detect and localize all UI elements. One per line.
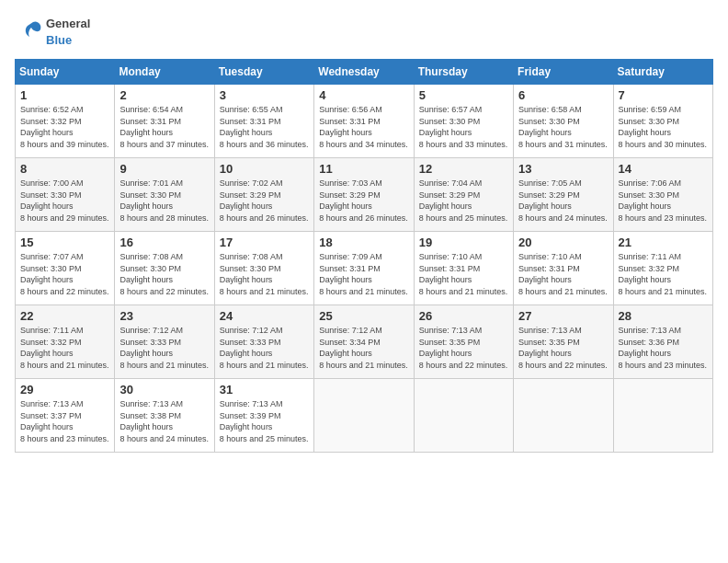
day-info: Sunrise: 6:56 AMSunset: 3:31 PMDaylight … xyxy=(319,104,408,150)
weekday-header: Monday xyxy=(115,60,214,85)
calendar-cell: 5Sunrise: 6:57 AMSunset: 3:30 PMDaylight… xyxy=(414,85,513,158)
day-info: Sunrise: 7:13 AMSunset: 3:39 PMDaylight … xyxy=(220,398,309,444)
weekday-header: Friday xyxy=(514,60,613,85)
weekday-header: Saturday xyxy=(613,60,712,85)
header: General Blue xyxy=(15,15,713,48)
day-number: 30 xyxy=(119,383,209,396)
day-info: Sunrise: 7:03 AMSunset: 3:29 PMDaylight … xyxy=(319,178,408,224)
day-number: 7 xyxy=(619,88,708,102)
calendar-cell: 26Sunrise: 7:13 AMSunset: 3:35 PMDayligh… xyxy=(414,305,513,379)
day-info: Sunrise: 6:55 AMSunset: 3:31 PMDaylight … xyxy=(220,104,309,150)
day-number: 5 xyxy=(419,88,508,102)
day-number: 14 xyxy=(619,162,708,176)
calendar-cell: 13Sunrise: 7:05 AMSunset: 3:29 PMDayligh… xyxy=(514,158,613,232)
day-info: Sunrise: 7:02 AMSunset: 3:29 PMDaylight … xyxy=(220,178,309,224)
day-info: Sunrise: 7:08 AMSunset: 3:30 PMDaylight … xyxy=(220,251,309,297)
calendar-cell: 1Sunrise: 6:52 AMSunset: 3:32 PMDaylight… xyxy=(16,85,115,158)
logo-general: General xyxy=(46,17,90,30)
calendar-cell: 14Sunrise: 7:06 AMSunset: 3:30 PMDayligh… xyxy=(613,158,712,232)
day-info: Sunrise: 6:59 AMSunset: 3:30 PMDaylight … xyxy=(619,104,708,150)
calendar-week-row: 15Sunrise: 7:07 AMSunset: 3:30 PMDayligh… xyxy=(16,232,713,305)
calendar-cell: 16Sunrise: 7:08 AMSunset: 3:30 PMDayligh… xyxy=(115,232,214,305)
day-number: 17 xyxy=(220,236,309,249)
day-number: 10 xyxy=(220,162,309,176)
logo: General Blue xyxy=(15,15,90,48)
calendar-cell xyxy=(414,379,513,453)
day-number: 11 xyxy=(319,162,408,176)
calendar-cell: 21Sunrise: 7:11 AMSunset: 3:32 PMDayligh… xyxy=(613,232,712,305)
day-number: 18 xyxy=(319,236,408,249)
day-info: Sunrise: 7:10 AMSunset: 3:31 PMDaylight … xyxy=(419,251,508,297)
calendar-week-row: 29Sunrise: 7:13 AMSunset: 3:37 PMDayligh… xyxy=(16,379,713,453)
calendar-cell: 25Sunrise: 7:12 AMSunset: 3:34 PMDayligh… xyxy=(314,305,414,379)
calendar-cell: 27Sunrise: 7:13 AMSunset: 3:35 PMDayligh… xyxy=(514,305,613,379)
day-info: Sunrise: 6:52 AMSunset: 3:32 PMDaylight … xyxy=(20,104,109,150)
weekday-header: Wednesday xyxy=(314,60,414,85)
day-number: 22 xyxy=(20,309,109,323)
day-number: 26 xyxy=(419,309,508,323)
calendar-cell: 9Sunrise: 7:01 AMSunset: 3:30 PMDaylight… xyxy=(115,158,214,232)
day-info: Sunrise: 7:01 AMSunset: 3:30 PMDaylight … xyxy=(119,178,209,224)
day-number: 21 xyxy=(619,236,708,249)
logo-blue: Blue xyxy=(46,33,72,47)
calendar-table: SundayMondayTuesdayWednesdayThursdayFrid… xyxy=(15,59,713,453)
day-number: 27 xyxy=(518,309,608,323)
calendar-cell: 12Sunrise: 7:04 AMSunset: 3:29 PMDayligh… xyxy=(414,158,513,232)
day-number: 24 xyxy=(220,309,309,323)
calendar-cell xyxy=(314,379,414,453)
calendar-cell: 11Sunrise: 7:03 AMSunset: 3:29 PMDayligh… xyxy=(314,158,414,232)
day-info: Sunrise: 7:06 AMSunset: 3:30 PMDaylight … xyxy=(619,178,708,224)
day-number: 4 xyxy=(319,88,408,102)
calendar-cell: 17Sunrise: 7:08 AMSunset: 3:30 PMDayligh… xyxy=(214,232,313,305)
calendar-cell: 6Sunrise: 6:58 AMSunset: 3:30 PMDaylight… xyxy=(514,85,613,158)
day-number: 31 xyxy=(220,383,309,396)
day-number: 25 xyxy=(319,309,408,323)
day-number: 2 xyxy=(119,88,209,102)
calendar-cell: 23Sunrise: 7:12 AMSunset: 3:33 PMDayligh… xyxy=(115,305,214,379)
day-number: 13 xyxy=(518,162,608,176)
day-number: 28 xyxy=(619,309,708,323)
day-number: 6 xyxy=(518,88,608,102)
weekday-header: Thursday xyxy=(414,60,513,85)
day-number: 20 xyxy=(518,236,608,249)
day-info: Sunrise: 7:05 AMSunset: 3:29 PMDaylight … xyxy=(518,178,608,224)
day-info: Sunrise: 7:13 AMSunset: 3:36 PMDaylight … xyxy=(619,325,708,371)
calendar-cell: 30Sunrise: 7:13 AMSunset: 3:38 PMDayligh… xyxy=(115,379,214,453)
calendar-cell: 24Sunrise: 7:12 AMSunset: 3:33 PMDayligh… xyxy=(214,305,313,379)
day-info: Sunrise: 7:11 AMSunset: 3:32 PMDaylight … xyxy=(619,251,708,297)
calendar-cell: 31Sunrise: 7:13 AMSunset: 3:39 PMDayligh… xyxy=(214,379,313,453)
calendar-cell: 10Sunrise: 7:02 AMSunset: 3:29 PMDayligh… xyxy=(214,158,313,232)
day-info: Sunrise: 7:12 AMSunset: 3:34 PMDaylight … xyxy=(319,325,408,371)
day-number: 29 xyxy=(20,383,109,396)
day-number: 23 xyxy=(119,309,209,323)
calendar-week-row: 8Sunrise: 7:00 AMSunset: 3:30 PMDaylight… xyxy=(16,158,713,232)
day-info: Sunrise: 7:13 AMSunset: 3:37 PMDaylight … xyxy=(20,398,109,444)
calendar-cell: 4Sunrise: 6:56 AMSunset: 3:31 PMDaylight… xyxy=(314,85,414,158)
calendar-week-row: 22Sunrise: 7:11 AMSunset: 3:32 PMDayligh… xyxy=(16,305,713,379)
day-number: 9 xyxy=(119,162,209,176)
day-info: Sunrise: 7:10 AMSunset: 3:31 PMDaylight … xyxy=(518,251,608,297)
calendar-cell: 7Sunrise: 6:59 AMSunset: 3:30 PMDaylight… xyxy=(613,85,712,158)
day-info: Sunrise: 7:00 AMSunset: 3:30 PMDaylight … xyxy=(20,178,109,224)
weekday-header: Sunday xyxy=(16,60,115,85)
day-info: Sunrise: 7:09 AMSunset: 3:31 PMDaylight … xyxy=(319,251,408,297)
day-info: Sunrise: 7:12 AMSunset: 3:33 PMDaylight … xyxy=(220,325,309,371)
day-info: Sunrise: 6:54 AMSunset: 3:31 PMDaylight … xyxy=(119,104,209,150)
calendar-cell: 15Sunrise: 7:07 AMSunset: 3:30 PMDayligh… xyxy=(16,232,115,305)
day-info: Sunrise: 7:12 AMSunset: 3:33 PMDaylight … xyxy=(119,325,209,371)
day-info: Sunrise: 7:13 AMSunset: 3:35 PMDaylight … xyxy=(518,325,608,371)
day-info: Sunrise: 7:11 AMSunset: 3:32 PMDaylight … xyxy=(20,325,109,371)
day-number: 12 xyxy=(419,162,508,176)
calendar-cell: 8Sunrise: 7:00 AMSunset: 3:30 PMDaylight… xyxy=(16,158,115,232)
day-number: 8 xyxy=(20,162,109,176)
logo-bird-icon xyxy=(15,17,44,46)
calendar-week-row: 1Sunrise: 6:52 AMSunset: 3:32 PMDaylight… xyxy=(16,85,713,158)
weekday-header: Tuesday xyxy=(214,60,313,85)
day-info: Sunrise: 7:08 AMSunset: 3:30 PMDaylight … xyxy=(119,251,209,297)
day-number: 16 xyxy=(119,236,209,249)
calendar-cell xyxy=(613,379,712,453)
calendar-cell xyxy=(514,379,613,453)
day-info: Sunrise: 7:13 AMSunset: 3:38 PMDaylight … xyxy=(119,398,209,444)
calendar-cell: 28Sunrise: 7:13 AMSunset: 3:36 PMDayligh… xyxy=(613,305,712,379)
weekday-header-row: SundayMondayTuesdayWednesdayThursdayFrid… xyxy=(16,60,713,85)
